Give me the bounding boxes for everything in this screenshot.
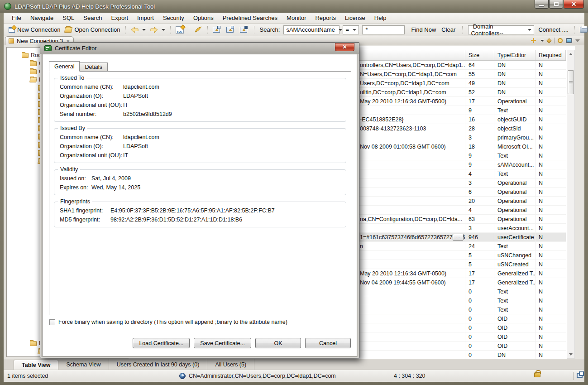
menu-item-sql[interactable]: SQL [58,13,79,23]
ldif-button[interactable] [192,25,205,34]
dialog-tab-details[interactable]: Details [80,63,107,72]
cell-size: 52 [465,88,494,96]
divider [554,38,555,43]
maximize-button[interactable] [549,0,563,9]
export-excel-button[interactable] [238,26,251,34]
cell-type: OID [494,332,535,341]
dialog-title-bar[interactable]: Certificate Editor [40,43,359,54]
toolbar-separator [254,26,254,34]
lock-icon [534,372,540,377]
menu-item-predefined-searches[interactable]: Predefined Searches [218,13,282,23]
force-binary-checkbox[interactable] [49,319,55,325]
cell-type: Operational [494,215,535,223]
field-label: Common name (CN): [60,134,123,140]
cell-required: N [535,197,566,205]
export-table-button[interactable] [224,26,238,34]
monitor-icon[interactable] [566,38,572,43]
menu-item-import[interactable]: Import [133,13,158,23]
export-table-icon [226,27,234,33]
cell-required: N [535,160,566,169]
load-certificate-button[interactable]: Load Certificate... [133,338,190,348]
save-certificate-button[interactable]: Save Certificate... [194,338,251,348]
view-tab-all-users-5[interactable]: All Users (5) [207,359,254,370]
restore-view-icon[interactable] [577,373,583,378]
menu-item-security[interactable]: Security [158,13,189,23]
cell-type: DN [494,351,535,359]
connection-combo[interactable]: -Domain Controllers-- [468,25,534,34]
view-tab-users-created-in-last-90-days-0[interactable]: Users Created in last 90 days (0) [109,359,208,370]
print-button[interactable] [578,26,588,34]
connect-button[interactable]: Connect .... [536,25,570,34]
cancel-button[interactable]: Cancel [305,338,351,348]
close-button[interactable]: ✕ [564,0,584,9]
field-label: Serial number: [60,111,123,117]
cell-required: N [535,287,566,296]
cell-required: N [535,70,566,78]
cursor-position: 4 : 304 : 320 [394,373,425,379]
menu-item-monitor[interactable]: Monitor [282,13,311,23]
cell-type: uSNChanged [494,251,535,260]
scroll-down-icon[interactable] [567,351,574,358]
search-operator-value: = [345,26,349,33]
cell-required: N [535,242,566,250]
column-header-type-editor[interactable]: Type/Editor [494,50,535,60]
cell-required: N [535,351,566,359]
cell-required: N [535,342,566,350]
cell-type: OID [494,314,535,323]
cell-size: 49 [465,79,494,87]
search-attribute-combo[interactable]: sAMAccountName [283,25,339,34]
cell-required: N [535,296,566,305]
vertical-scrollbar[interactable] [567,50,575,359]
cell-required: N [535,79,566,87]
view-tab-schema-view[interactable]: Schema View [58,359,109,370]
chevron-down-icon [353,29,356,31]
scrollbar-thumb[interactable] [568,70,574,94]
tab-strip-tools [531,37,580,44]
scroll-up-icon[interactable] [567,51,574,58]
dn-text: CN=Administrator,CN=Users,DC=corp,DC=lda… [189,373,336,379]
minimize-button[interactable] [535,0,549,9]
menu-item-file[interactable]: File [7,13,26,23]
chevron-down-icon[interactable] [540,40,544,42]
cell-type: Text [494,296,535,305]
view-menu-icon[interactable] [575,39,580,42]
forward-dropdown-icon[interactable] [162,29,165,31]
find-now-label: Find Now [411,26,436,33]
column-header-required[interactable]: Required [535,50,566,60]
open-connection-button[interactable]: Open Connection [62,25,122,34]
ellipsis-button[interactable]: ... [453,234,464,241]
menu-item-search[interactable]: Search [79,13,106,23]
cell-type: uSNCreated [494,260,535,269]
sql-editor-button[interactable]: SQL [173,25,186,34]
view-tab-table-view[interactable]: Table View [14,360,58,370]
back-dropdown-icon[interactable] [142,29,146,31]
menu-item-options[interactable]: Options [189,13,218,23]
add-tab-icon[interactable] [531,38,536,43]
export-schedule-button[interactable] [210,26,224,34]
forward-button[interactable] [148,26,167,34]
main-toolbar: New Connection Open Connection SQL Searc… [4,24,584,36]
field-value: 98:92:A2:2B:9F:36:D1:5D:52:D1:27:A1:1D:D… [110,217,242,223]
new-connection-button[interactable]: New Connection [6,25,62,34]
dialog-tab-general[interactable]: General [49,61,80,72]
cell-type: Generalized T... [494,269,535,278]
field-value: ldapclient.com [123,84,159,90]
ok-button[interactable]: OK [255,338,301,348]
menu-item-reports[interactable]: Reports [311,13,340,23]
switch-view-icon[interactable] [546,38,551,43]
window-title-bar: LDAPSoft LDAP Plus AD Help Desk Professi… [0,0,588,13]
cell-required: N [535,251,566,260]
search-label: Search: [260,26,280,33]
menu-item-help[interactable]: Help [370,13,391,23]
clear-button[interactable]: Clear [439,25,458,34]
menu-item-license[interactable]: License [340,13,370,23]
coin-icon[interactable] [558,38,563,43]
find-now-button[interactable]: Find Now [409,25,438,34]
dialog-close-button[interactable]: ✕ [335,43,354,51]
menu-item-export[interactable]: Export [106,13,133,23]
menu-item-navigate[interactable]: Navigate [26,13,58,23]
search-operator-combo[interactable]: = [343,25,359,34]
column-header-size[interactable]: Size [465,50,494,60]
back-button[interactable] [129,26,148,34]
search-value-input[interactable]: * [362,25,405,34]
